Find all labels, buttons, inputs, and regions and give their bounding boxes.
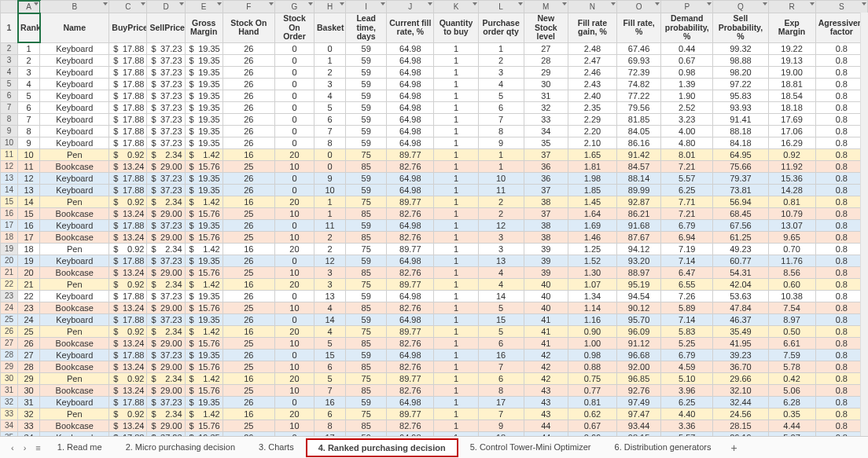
cell[interactable]: 14 bbox=[478, 290, 524, 302]
cell[interactable]: 28 bbox=[18, 361, 40, 372]
cell[interactable]: 29.00 bbox=[147, 337, 185, 349]
cell[interactable]: Pen bbox=[40, 196, 109, 207]
cell[interactable]: 1.98 bbox=[568, 172, 616, 184]
cell[interactable]: 97.22 bbox=[713, 78, 768, 90]
cell[interactable]: 19.00 bbox=[768, 66, 815, 78]
cell[interactable]: 0.81 bbox=[768, 196, 815, 207]
cell[interactable]: 26 bbox=[223, 113, 274, 125]
cell[interactable]: 14 bbox=[314, 313, 346, 325]
cell[interactable]: 3 bbox=[478, 231, 524, 243]
cell[interactable]: 13.24 bbox=[109, 231, 147, 243]
cell[interactable]: 4 bbox=[314, 302, 346, 313]
cell[interactable]: 15.76 bbox=[185, 160, 223, 172]
cell[interactable]: 1 bbox=[434, 196, 478, 207]
cell[interactable]: 19.35 bbox=[185, 113, 223, 125]
cell[interactable]: 1.69 bbox=[568, 219, 616, 231]
cell[interactable]: 35.49 bbox=[713, 325, 768, 337]
cell[interactable]: 3.96 bbox=[661, 384, 713, 396]
cell[interactable]: 30 bbox=[18, 384, 40, 396]
cell[interactable]: 13.24 bbox=[109, 384, 147, 396]
cell[interactable]: 1 bbox=[478, 148, 524, 160]
cell[interactable]: 3 bbox=[18, 66, 40, 78]
cell[interactable]: 17.88 bbox=[109, 78, 147, 90]
cell[interactable]: 27 bbox=[18, 349, 40, 361]
cell[interactable]: 36 bbox=[524, 172, 568, 184]
cell[interactable]: 20 bbox=[274, 325, 314, 337]
cell[interactable]: 82.76 bbox=[387, 361, 434, 372]
row-header-10[interactable]: 10 bbox=[1, 137, 18, 148]
cell[interactable]: 0 bbox=[274, 172, 314, 184]
cell[interactable]: 7 bbox=[314, 384, 346, 396]
cell[interactable]: 13.24 bbox=[109, 302, 147, 313]
cell[interactable]: 42.04 bbox=[713, 278, 768, 290]
cell[interactable]: 17 bbox=[478, 396, 524, 408]
cell[interactable]: 1.42 bbox=[185, 325, 223, 337]
cell[interactable]: 6.61 bbox=[768, 337, 815, 349]
cell[interactable]: 17.88 bbox=[109, 54, 147, 66]
cell[interactable]: 32.44 bbox=[713, 396, 768, 408]
cell[interactable]: 43 bbox=[524, 384, 568, 396]
cell[interactable]: 0.88 bbox=[568, 361, 616, 372]
filter-icon[interactable] bbox=[103, 2, 108, 5]
cell[interactable]: 2 bbox=[478, 196, 524, 207]
cell[interactable]: 19.35 bbox=[185, 396, 223, 408]
cell[interactable]: Keyboard bbox=[40, 113, 109, 125]
cell[interactable]: 79.56 bbox=[617, 101, 661, 113]
cell[interactable]: 53.63 bbox=[713, 290, 768, 302]
cell[interactable]: 8 bbox=[314, 420, 346, 431]
cell[interactable]: 33 bbox=[524, 113, 568, 125]
cell[interactable]: 35 bbox=[524, 137, 568, 148]
cell[interactable]: 91.12 bbox=[617, 337, 661, 349]
cell[interactable]: 59 bbox=[346, 137, 387, 148]
row-header-5[interactable]: 5 bbox=[1, 78, 18, 90]
cell[interactable]: 26 bbox=[223, 313, 274, 325]
cell[interactable]: 2.29 bbox=[568, 113, 616, 125]
cell[interactable]: 15.76 bbox=[185, 420, 223, 431]
cell[interactable]: Keyboard bbox=[40, 101, 109, 113]
cell[interactable]: Bookcase bbox=[40, 231, 109, 243]
row-header-27[interactable]: 27 bbox=[1, 337, 18, 349]
tab-nav-prev[interactable]: ‹ bbox=[6, 443, 19, 453]
cell[interactable]: 1 bbox=[434, 78, 478, 90]
cell[interactable]: 1.07 bbox=[568, 278, 616, 290]
cell[interactable]: 5 bbox=[314, 337, 346, 349]
cell[interactable]: 7.54 bbox=[768, 302, 815, 313]
cell[interactable]: 64.95 bbox=[713, 148, 768, 160]
cell[interactable]: 10 bbox=[274, 302, 314, 313]
cell[interactable]: 1 bbox=[434, 290, 478, 302]
cell[interactable]: 18 bbox=[18, 243, 40, 255]
cell[interactable]: 18.54 bbox=[768, 90, 815, 101]
col-header-Q[interactable]: Q bbox=[713, 1, 768, 13]
cell[interactable]: 41 bbox=[524, 313, 568, 325]
row-header-31[interactable]: 31 bbox=[1, 384, 18, 396]
cell[interactable]: 16 bbox=[223, 148, 274, 160]
cell[interactable]: 17.88 bbox=[109, 431, 147, 436]
cell[interactable]: 6 bbox=[478, 101, 524, 113]
cell[interactable]: 10 bbox=[274, 160, 314, 172]
cell[interactable]: 25 bbox=[18, 325, 40, 337]
cell[interactable]: 64.98 bbox=[387, 42, 434, 54]
cell[interactable]: Keyboard bbox=[40, 396, 109, 408]
cell[interactable]: 67.56 bbox=[713, 219, 768, 231]
cell[interactable]: 0 bbox=[274, 137, 314, 148]
cell[interactable]: 1 bbox=[434, 219, 478, 231]
cell[interactable]: 0 bbox=[274, 66, 314, 78]
row-header-25[interactable]: 25 bbox=[1, 313, 18, 325]
cell[interactable]: 17.88 bbox=[109, 184, 147, 196]
cell[interactable]: 9 bbox=[18, 137, 40, 148]
cell[interactable]: 37 bbox=[524, 207, 568, 219]
cell[interactable]: 10 bbox=[314, 184, 346, 196]
cell[interactable]: 1 bbox=[314, 207, 346, 219]
cell[interactable]: 0.92 bbox=[768, 148, 815, 160]
cell[interactable]: 64.98 bbox=[387, 290, 434, 302]
cell[interactable]: 59 bbox=[346, 290, 387, 302]
filter-icon[interactable] bbox=[518, 2, 523, 5]
filter-icon[interactable] bbox=[707, 2, 712, 5]
cell[interactable]: 12 bbox=[18, 172, 40, 184]
row-header-29[interactable]: 29 bbox=[1, 361, 18, 372]
cell[interactable]: 6 bbox=[314, 408, 346, 420]
cell[interactable]: 0.92 bbox=[109, 243, 147, 255]
cell[interactable]: 8 bbox=[18, 125, 40, 137]
cell[interactable]: 11.92 bbox=[768, 160, 815, 172]
cell[interactable]: 5.89 bbox=[661, 302, 713, 313]
